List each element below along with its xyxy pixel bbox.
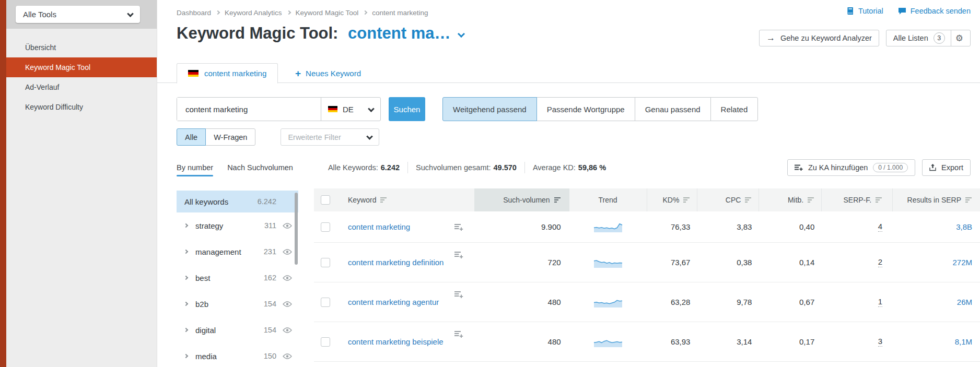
breadcrumb-item[interactable]: Keyword Analytics [225, 9, 282, 17]
keyword-link[interactable]: content marketing definition [348, 257, 459, 268]
group-best[interactable]: best162 [177, 265, 298, 291]
tutorial-link[interactable]: Tutorial [846, 7, 883, 15]
match-type-passende-wortgruppe[interactable]: Passende Wortgruppe [536, 97, 635, 121]
new-keyword-tab[interactable]: + Neues Keyword [287, 63, 369, 83]
sidebar-item-label: Ad-Verlauf [25, 83, 59, 91]
export-label: Export [941, 163, 963, 172]
group-strategy[interactable]: strategy311 [177, 212, 298, 239]
results-in-serp-link[interactable]: 26M [957, 298, 972, 306]
sidebar-accent-strip [0, 0, 6, 367]
group-management[interactable]: management231 [177, 239, 298, 265]
question-toggle-group: AlleW-Fragen [177, 128, 255, 146]
chevron-right-icon [184, 354, 188, 358]
serp-features-link[interactable]: 3 [878, 337, 882, 347]
add-to-ka-button[interactable]: Zu KA hinzufügen 0 / 1.000 [787, 159, 915, 176]
col-keyword[interactable]: Keyword [340, 188, 474, 211]
keyword-search-input[interactable] [177, 98, 321, 121]
keyword-link[interactable]: content marketing [348, 221, 459, 232]
goto-keyword-analyzer-button[interactable]: → Gehe zu Keyword Analyzer [759, 30, 879, 46]
serp-features-link[interactable]: 2 [878, 257, 882, 267]
sort-icon [965, 197, 972, 203]
col-competition[interactable]: Mitb. [759, 188, 821, 211]
sidebar-item-keyword-magic-tool[interactable]: Keyword Magic Tool [6, 57, 157, 77]
add-to-list-icon[interactable] [454, 291, 463, 299]
competition-value: 0,67 [759, 282, 821, 322]
breadcrumb-separator [216, 10, 220, 15]
sort-icon [876, 197, 882, 203]
feedback-senden-link[interactable]: Feedback senden [898, 7, 971, 15]
eye-icon[interactable] [283, 249, 292, 255]
group-digital[interactable]: digital154 [177, 317, 298, 343]
table-row: content marketing beispiele48063,933,140… [314, 322, 980, 362]
table-row: content marketing agentur48063,289,780,6… [314, 282, 980, 322]
table-row: content marketing definition72073,670,38… [314, 243, 980, 282]
metric-divider [407, 162, 408, 173]
search-button[interactable]: Suchen [389, 97, 425, 121]
match-type-genau-passend[interactable]: Genau passend [635, 97, 711, 121]
add-to-list-icon[interactable] [454, 330, 463, 338]
all-tools-label: Alle Tools [23, 10, 56, 19]
eye-icon[interactable] [283, 301, 292, 307]
serp-features-link[interactable]: 4 [878, 222, 882, 232]
breadcrumb-item[interactable]: Keyword Magic Tool [296, 9, 359, 17]
export-button[interactable]: Export [922, 159, 971, 176]
eye-icon[interactable] [283, 327, 292, 333]
row-checkbox[interactable] [321, 337, 330, 347]
row-checkbox[interactable] [321, 258, 330, 267]
title-chevron-down-icon[interactable] [458, 30, 465, 38]
add-to-list-icon[interactable] [454, 223, 463, 231]
all-lists-button[interactable]: Alle Listen 3 ⚙ [886, 30, 971, 46]
toggle-alle[interactable]: Alle [177, 128, 206, 146]
results-in-serp-link[interactable]: 8,1M [955, 337, 972, 346]
tab-content-marketing[interactable]: content marketing [177, 63, 278, 84]
table-header: Keyword Such-volumen Trend KD% [314, 188, 980, 211]
match-type-related[interactable]: Related [710, 97, 759, 121]
sidebar-item-keyword-difficulty[interactable]: Keyword Difficulty [6, 97, 157, 117]
row-checkbox[interactable] [321, 298, 330, 307]
breadcrumb-item[interactable]: Dashboard [177, 9, 211, 17]
col-kd[interactable]: KD% [647, 188, 697, 211]
col-search-volume[interactable]: Such-volumen [474, 188, 569, 211]
row-checkbox[interactable] [321, 222, 330, 232]
eye-icon[interactable] [283, 353, 292, 359]
col-cpc[interactable]: CPC [697, 188, 759, 211]
metric-divider [524, 162, 525, 173]
match-type-weitgehend-passend[interactable]: Weitgehend passend [442, 97, 537, 121]
group-all-keywords[interactable]: All keywords 6.242 [177, 191, 298, 212]
page-title-keyword: content ma… [348, 24, 450, 42]
eye-icon[interactable] [283, 223, 292, 229]
eye-icon[interactable] [283, 275, 292, 281]
keyword-link[interactable]: content marketing beispiele [348, 336, 459, 347]
page-title: Keyword Magic Tool: content ma… [177, 24, 464, 43]
add-to-list-icon[interactable] [454, 251, 463, 259]
sidebar-item--bersicht[interactable]: Übersicht [6, 38, 157, 57]
sidebar-item-ad-verlauf[interactable]: Ad-Verlauf [6, 77, 157, 97]
all-tools-dropdown[interactable]: Alle Tools [16, 6, 140, 23]
cpc-value: 3,83 [697, 211, 759, 242]
tools-band: Alle Tools [6, 0, 157, 29]
sort-tabs: By numberNach Suchvolumen [177, 163, 307, 172]
language-select[interactable]: DE [321, 98, 380, 121]
sort-tab-nach-suchvolumen[interactable]: Nach Suchvolumen [227, 163, 293, 172]
col-serp-features[interactable]: SERP-F. [821, 188, 892, 211]
sort-tab-by-number[interactable]: By number [177, 163, 213, 172]
keyword-link[interactable]: content marketing agentur [348, 297, 459, 307]
advanced-filters-dropdown[interactable]: Erweiterte Filter [281, 128, 379, 146]
toggle-w-fragen[interactable]: W-Fragen [205, 128, 255, 146]
group-b2b[interactable]: b2b154 [177, 291, 298, 317]
add-to-list-icon [795, 164, 803, 171]
sidebar-nav: DashboardDomain AnalyticsKeyword Analyti… [6, 38, 157, 117]
serp-features-link[interactable]: 1 [878, 297, 882, 307]
group-media[interactable]: media150 [177, 343, 298, 367]
col-results-in-serp[interactable]: Results in SERP [892, 188, 980, 211]
groups-scrollbar[interactable] [295, 193, 298, 265]
results-in-serp-link[interactable]: 272M [952, 258, 972, 267]
breadcrumb-item[interactable]: content marketing [372, 9, 428, 17]
ka-capacity-badge: 0 / 1.000 [873, 163, 908, 172]
group-label: best [195, 274, 210, 282]
add-to-ka-label: Zu KA hinzufügen [808, 163, 868, 172]
select-all-checkbox[interactable] [321, 195, 330, 205]
germany-flag-icon [188, 70, 199, 77]
results-in-serp-link[interactable]: 3,8B [956, 222, 972, 231]
gear-icon[interactable]: ⚙ [955, 34, 963, 43]
